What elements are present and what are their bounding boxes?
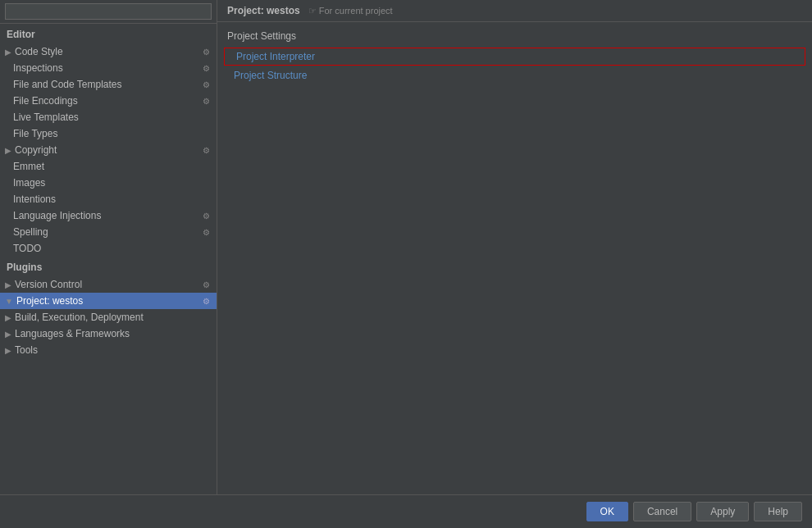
arrow-icon: ▶ bbox=[5, 346, 11, 355]
search-input[interactable] bbox=[5, 3, 212, 20]
editor-section-header: Editor bbox=[0, 24, 217, 43]
cancel-button[interactable]: Cancel bbox=[633, 502, 691, 521]
sidebar-item-file-encodings[interactable]: File Encodings ⚙ bbox=[0, 93, 217, 109]
settings-icon: ⚙ bbox=[203, 64, 210, 73]
sidebar-item-inspections[interactable]: Inspections ⚙ bbox=[0, 60, 217, 76]
sidebar-item-label: Code Style bbox=[15, 46, 63, 57]
breadcrumb-hint: ☞ For current project bbox=[308, 6, 393, 16]
breadcrumb-project: Project: westos bbox=[227, 5, 300, 16]
sidebar-item-file-and-code-templates[interactable]: File and Code Templates ⚙ bbox=[0, 76, 217, 93]
sidebar-item-copyright[interactable]: ▶ Copyright ⚙ bbox=[0, 142, 217, 158]
sidebar-item-label: Spelling bbox=[13, 226, 48, 238]
sidebar-item-label: TODO bbox=[13, 243, 41, 254]
arrow-icon: ▶ bbox=[5, 313, 11, 322]
settings-icon: ⚙ bbox=[203, 228, 210, 237]
sidebar-item-label: Intentions bbox=[13, 193, 56, 205]
sidebar: Editor ▶ Code Style ⚙ Inspections ⚙ File… bbox=[0, 0, 217, 494]
settings-dialog: Editor ▶ Code Style ⚙ Inspections ⚙ File… bbox=[0, 0, 812, 528]
sidebar-item-emmet[interactable]: Emmet bbox=[0, 158, 217, 175]
sidebar-item-label: Version Control bbox=[15, 279, 82, 290]
settings-icon: ⚙ bbox=[203, 280, 210, 289]
settings-item-label: Project Interpreter bbox=[236, 51, 315, 62]
dialog-body: Editor ▶ Code Style ⚙ Inspections ⚙ File… bbox=[0, 0, 812, 494]
project-settings-title: Project Settings bbox=[217, 22, 812, 47]
sidebar-item-label: Images bbox=[13, 177, 45, 189]
sidebar-item-language-injections[interactable]: Language Injections ⚙ bbox=[0, 207, 217, 224]
sidebar-item-label: Copyright bbox=[15, 144, 57, 156]
sidebar-item-label: File Types bbox=[13, 128, 57, 139]
sidebar-item-label: Build, Execution, Deployment bbox=[15, 312, 144, 323]
settings-icon: ⚙ bbox=[203, 212, 210, 221]
breadcrumb-bar: Project: westos ☞ For current project bbox=[217, 0, 812, 22]
sidebar-item-todo[interactable]: TODO bbox=[0, 240, 217, 257]
settings-icon: ⚙ bbox=[203, 297, 210, 306]
sidebar-item-label: Live Templates bbox=[13, 112, 79, 123]
settings-item-project-structure[interactable]: Project Structure bbox=[217, 66, 812, 84]
settings-item-project-interpreter[interactable]: Project Interpreter bbox=[224, 48, 805, 66]
sidebar-item-label: Emmet bbox=[13, 161, 44, 172]
ok-button[interactable]: OK bbox=[586, 502, 628, 521]
sidebar-item-tools[interactable]: ▶ Tools bbox=[0, 342, 217, 358]
sidebar-item-images[interactable]: Images bbox=[0, 175, 217, 191]
search-bar[interactable] bbox=[0, 0, 217, 24]
sidebar-item-label: Languages & Frameworks bbox=[15, 328, 130, 339]
arrow-icon: ▶ bbox=[5, 146, 11, 155]
arrow-icon: ▶ bbox=[5, 330, 11, 339]
arrow-icon: ▶ bbox=[5, 280, 11, 289]
settings-icon: ⚙ bbox=[203, 48, 210, 57]
apply-button[interactable]: Apply bbox=[696, 502, 749, 521]
sidebar-item-build-execution[interactable]: ▶ Build, Execution, Deployment bbox=[0, 309, 217, 325]
sidebar-item-label: File Encodings bbox=[13, 95, 78, 107]
sidebar-item-label: Tools bbox=[15, 344, 38, 356]
settings-icon: ⚙ bbox=[203, 146, 210, 155]
sidebar-item-version-control[interactable]: ▶ Version Control ⚙ bbox=[0, 276, 217, 293]
arrow-icon: ▼ bbox=[5, 297, 13, 306]
dialog-footer: OK Cancel Apply Help bbox=[0, 494, 812, 528]
main-content: Project: westos ☞ For current project Pr… bbox=[217, 0, 812, 494]
settings-icon: ⚙ bbox=[203, 97, 210, 106]
sidebar-item-file-types[interactable]: File Types bbox=[0, 125, 217, 142]
sidebar-item-label: Language Injections bbox=[13, 210, 101, 221]
arrow-icon: ▶ bbox=[5, 48, 11, 57]
sidebar-item-live-templates[interactable]: Live Templates bbox=[0, 109, 217, 125]
sidebar-item-label: Project: westos bbox=[16, 295, 83, 307]
sidebar-item-intentions[interactable]: Intentions bbox=[0, 191, 217, 207]
sidebar-item-languages-frameworks[interactable]: ▶ Languages & Frameworks bbox=[0, 325, 217, 342]
sidebar-item-code-style[interactable]: ▶ Code Style ⚙ bbox=[0, 43, 217, 60]
settings-item-label: Project Structure bbox=[234, 70, 307, 81]
sidebar-item-spelling[interactable]: Spelling ⚙ bbox=[0, 224, 217, 240]
help-button[interactable]: Help bbox=[754, 502, 802, 521]
sidebar-item-project-westos[interactable]: ▼ Project: westos ⚙ bbox=[0, 293, 217, 309]
sidebar-item-label: File and Code Templates bbox=[13, 79, 122, 90]
plugins-section-header: Plugins bbox=[0, 257, 217, 276]
sidebar-item-label: Inspections bbox=[13, 62, 63, 74]
settings-icon: ⚙ bbox=[203, 80, 210, 89]
